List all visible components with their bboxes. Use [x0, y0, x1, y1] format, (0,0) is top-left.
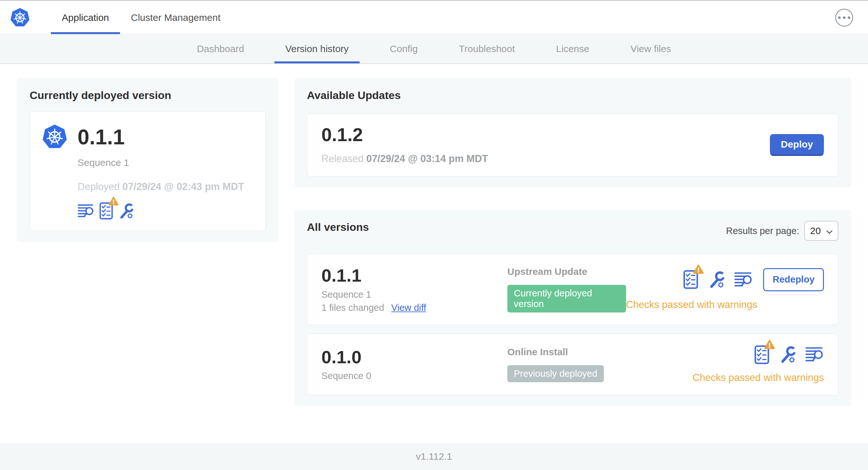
current-version-number: 0.1.1: [78, 125, 125, 149]
preflight-checks-warning-icon[interactable]: [683, 270, 698, 289]
row-sequence: Sequence 1: [321, 289, 507, 300]
app-subnav: Dashboard Version history Config Trouble…: [0, 34, 868, 64]
preflight-status-text: Checks passed with warnings: [693, 372, 824, 383]
deployed-timestamp: Deployed 07/29/24 @ 02:43 pm MDT: [78, 181, 254, 193]
ellipsis-dot-icon: [838, 16, 841, 19]
results-per-page-select[interactable]: 20: [804, 221, 838, 241]
config-icon[interactable]: [708, 271, 724, 289]
ellipsis-dot-icon: [843, 16, 845, 19]
top-nav: Application Cluster Management: [51, 1, 231, 34]
status-badge: Currently deployed version: [507, 285, 626, 312]
redeploy-button[interactable]: Redeploy: [763, 268, 824, 291]
warning-triangle-icon: [764, 339, 775, 351]
kubernetes-logo-icon: [10, 7, 30, 28]
warning-triangle-icon: [108, 196, 119, 207]
available-update-row: 0.1.2 Released 07/29/24 @ 03:14 pm MDT D…: [307, 114, 838, 176]
released-date: 07/29/24 @ 03:14 pm MDT: [366, 153, 488, 164]
row-version-number: 0.1.0: [321, 347, 507, 367]
more-options-button[interactable]: [835, 9, 853, 27]
subnav-tab-config[interactable]: Config: [379, 34, 429, 63]
preflight-checks-warning-icon[interactable]: [754, 345, 769, 364]
update-version-number: 0.1.2: [321, 124, 488, 145]
subnav-tab-dashboard[interactable]: Dashboard: [186, 34, 255, 63]
config-icon[interactable]: [779, 345, 796, 364]
deployed-date: 07/29/24 @ 02:43 pm MDT: [123, 181, 244, 192]
warning-triangle-icon: [693, 264, 704, 276]
preflight-checks-warning-icon[interactable]: [99, 202, 113, 220]
subnav-tab-troubleshoot[interactable]: Troubleshoot: [448, 34, 526, 63]
subnav-tab-version-history[interactable]: Version history: [274, 34, 360, 63]
chevron-down-icon: [826, 225, 833, 236]
deploy-button[interactable]: Deploy: [770, 134, 824, 155]
release-notes-icon[interactable]: [805, 346, 824, 363]
currently-deployed-version-panel: 0.1.1 Sequence 1 Deployed 07/29/24 @ 02:…: [30, 111, 266, 231]
row-sequence: Sequence 0: [321, 371, 507, 381]
main-content: Currently deployed version: [0, 64, 868, 443]
version-source-label: Online Install: [507, 346, 693, 358]
status-badge: Previously deployed: [507, 365, 604, 382]
config-icon[interactable]: [118, 203, 133, 219]
ellipsis-dot-icon: [848, 16, 850, 19]
tab-cluster-management[interactable]: Cluster Management: [120, 1, 231, 34]
view-diff-link[interactable]: View diff: [391, 303, 426, 313]
app-footer: v1.112.1: [0, 443, 868, 470]
app-icon: [41, 124, 68, 150]
tab-application[interactable]: Application: [51, 1, 120, 34]
subnav-tab-license[interactable]: License: [545, 34, 600, 63]
currently-deployed-title: Currently deployed version: [30, 89, 266, 102]
version-row-0-1-1: 0.1.1 Sequence 1 1 files changed View di…: [307, 254, 838, 325]
release-notes-icon[interactable]: [78, 203, 94, 219]
release-notes-icon[interactable]: [734, 271, 753, 288]
available-updates-card: Available Updates 0.1.2 Released 07/29/2…: [294, 78, 851, 188]
files-changed-label: 1 files changed: [321, 303, 384, 313]
released-prefix: Released: [321, 153, 364, 164]
all-versions-card: All versions Results per page: 20 0.1.1 …: [294, 210, 851, 406]
results-per-page-label: Results per page:: [726, 226, 799, 236]
currently-deployed-card: Currently deployed version: [17, 78, 279, 242]
available-updates-title: Available Updates: [307, 89, 838, 102]
version-source-label: Upstream Update: [507, 266, 626, 277]
admin-console-version: v1.112.1: [416, 451, 452, 462]
version-row-0-1-0: 0.1.0 Sequence 0 Online Install Previous…: [307, 333, 838, 395]
results-per-page-value: 20: [810, 225, 821, 236]
released-timestamp: Released 07/29/24 @ 03:14 pm MDT: [321, 153, 488, 165]
preflight-status-text: Checks passed with warnings: [626, 299, 757, 310]
deployed-prefix: Deployed: [78, 181, 120, 192]
subnav-tab-view-files[interactable]: View files: [620, 34, 682, 63]
current-version-sequence: Sequence 1: [78, 157, 254, 168]
row-version-number: 0.1.1: [321, 266, 507, 286]
app-header: Application Cluster Management: [0, 1, 868, 34]
all-versions-title: All versions: [307, 221, 369, 233]
